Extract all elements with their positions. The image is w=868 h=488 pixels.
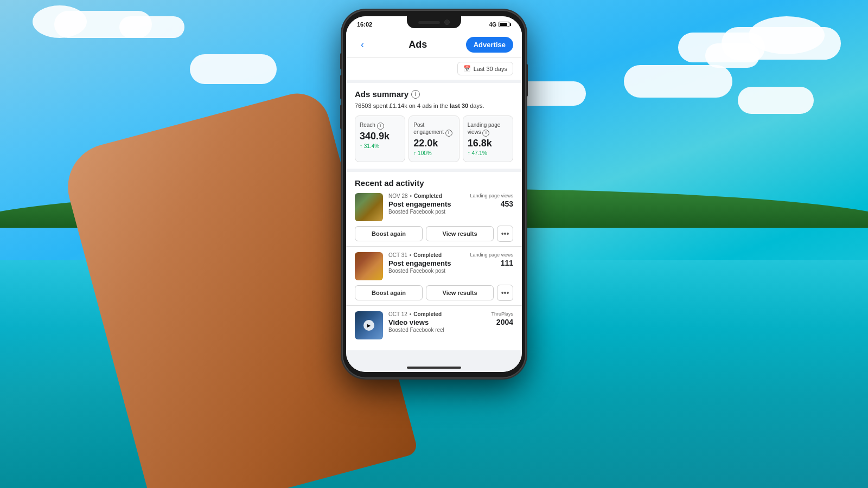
- ads-summary-info-icon[interactable]: i: [411, 90, 420, 99]
- ad-stats-1: Landing page views 453: [470, 193, 513, 208]
- play-icon: ▶: [363, 320, 374, 331]
- stat-post-change: ↑ 100%: [413, 150, 454, 156]
- advertise-button[interactable]: Advertise: [466, 37, 513, 53]
- page-title: Ads: [409, 39, 427, 50]
- ad-meta-1: NOV 28 • Completed: [388, 193, 464, 199]
- more-options-button-1[interactable]: •••: [497, 226, 513, 242]
- phone-frame: 16:02 4G ‹: [342, 10, 526, 378]
- stat-reach-change: ↑ 31.4%: [360, 143, 400, 149]
- ad-type-1: Post engagements: [388, 200, 464, 208]
- ad-stat-value-2: 111: [470, 259, 513, 267]
- stat-card-landing: Landing page views i 16.8k ↑ 47.1%: [463, 115, 513, 162]
- home-indicator: [407, 367, 461, 369]
- volume-down-button: [340, 105, 342, 129]
- ad-row-1: NOV 28 • Completed Post engagements Boos…: [355, 193, 513, 221]
- power-button: [526, 64, 528, 97]
- stat-reach-label: Reach i: [360, 121, 400, 130]
- date-filter-button[interactable]: 📅 Last 30 days: [457, 62, 513, 75]
- stat-landing-label: Landing page views i: [468, 121, 508, 137]
- ad-meta-2: OCT 31 • Completed: [388, 252, 464, 258]
- ad-thumb-image-3: ▶: [355, 311, 383, 339]
- front-camera: [444, 20, 450, 25]
- ad-thumb-image-2: [355, 252, 383, 280]
- calendar-icon: 📅: [463, 65, 471, 72]
- speaker: [418, 21, 440, 24]
- ad-stat-label-2: Landing page views: [470, 252, 513, 259]
- ad-row-2: OCT 31 • Completed Post engagements Boos…: [355, 252, 513, 280]
- ad-meta-3: OCT 12 • Completed: [388, 311, 486, 317]
- ad-stat-label-1: Landing page views: [470, 193, 513, 200]
- ad-info-2: OCT 31 • Completed Post engagements Boos…: [388, 252, 464, 274]
- battery-icon: [499, 22, 511, 27]
- stat-landing-change: ↑ 47.1%: [468, 150, 508, 156]
- ad-subtype-2: Boosted Facebook post: [388, 268, 464, 274]
- ads-summary-description: 76503 spent £1.14k on 4 ads in the last …: [355, 102, 513, 110]
- ad-stat-label-3: ThruPlays: [491, 311, 513, 318]
- ad-thumb-1: [355, 193, 383, 221]
- ad-stat-value-3: 2004: [491, 318, 513, 326]
- date-filter-label: Last 30 days: [474, 66, 507, 72]
- phone-screen: 16:02 4G ‹: [346, 16, 522, 372]
- status-time: 16:02: [357, 21, 372, 28]
- ad-info-1: NOV 28 • Completed Post engagements Boos…: [388, 193, 464, 215]
- date-filter-bar: 📅 Last 30 days: [346, 57, 522, 80]
- app-header: ‹ Ads Advertise: [346, 31, 522, 57]
- ad-thumb-2: [355, 252, 383, 280]
- reach-info-icon[interactable]: i: [377, 123, 384, 130]
- ad-item-1: NOV 28 • Completed Post engagements Boos…: [346, 193, 522, 242]
- ad-info-3: OCT 12 • Completed Video views Boosted F…: [388, 311, 486, 333]
- ad-actions-2: Boost again View results •••: [355, 285, 513, 301]
- stat-post-label: Post engagement i: [413, 121, 454, 137]
- ad-type-3: Video views: [388, 318, 486, 326]
- recent-activity-section: Recent ad activity NOV 28 •: [346, 172, 522, 350]
- ad-item-2: OCT 31 • Completed Post engagements Boos…: [346, 246, 522, 301]
- volume-up-button: [340, 75, 342, 99]
- ad-actions-1: Boost again View results •••: [355, 226, 513, 242]
- phone-device: 16:02 4G ‹: [342, 10, 526, 378]
- stat-reach-value: 340.9k: [360, 131, 400, 142]
- recent-activity-title: Recent ad activity: [346, 178, 522, 188]
- ad-thumb-image-1: [355, 193, 383, 221]
- stat-card-post-engagement: Post engagement i 22.0k ↑ 100%: [409, 115, 459, 162]
- ad-stat-value-1: 453: [470, 200, 513, 208]
- notch: [407, 16, 461, 28]
- view-results-button-2[interactable]: View results: [426, 285, 494, 300]
- status-icons: 4G: [489, 22, 511, 28]
- stat-card-reach: Reach i 340.9k ↑ 31.4%: [355, 115, 405, 162]
- ad-stats-3: ThruPlays 2004: [491, 311, 513, 326]
- ad-thumb-3: ▶: [355, 311, 383, 339]
- stat-post-value: 22.0k: [413, 138, 454, 149]
- ad-type-2: Post engagements: [388, 259, 464, 267]
- ad-subtype-3: Boosted Facebook reel: [388, 327, 486, 333]
- stats-grid: Reach i 340.9k ↑ 31.4% Post engagement i: [355, 115, 513, 162]
- silent-button: [340, 53, 342, 69]
- view-results-button-1[interactable]: View results: [426, 226, 494, 241]
- ads-summary-title: Ads summary i: [355, 89, 513, 99]
- ad-item-3: ▶ OCT 12 • Completed Video view: [346, 305, 522, 339]
- boost-again-button-2[interactable]: Boost again: [355, 285, 423, 300]
- app-content: ‹ Ads Advertise 📅 Last 30 days: [346, 31, 522, 372]
- more-options-button-2[interactable]: •••: [497, 285, 513, 301]
- signal-text: 4G: [489, 22, 496, 28]
- ad-subtype-1: Boosted Facebook post: [388, 209, 464, 215]
- back-button[interactable]: ‹: [355, 37, 370, 53]
- stat-landing-value: 16.8k: [468, 138, 508, 149]
- ads-summary-section: Ads summary i 76503 spent £1.14k on 4 ad…: [346, 83, 522, 169]
- ad-row-3: ▶ OCT 12 • Completed Video view: [355, 311, 513, 339]
- ad-stats-2: Landing page views 111: [470, 252, 513, 267]
- scroll-area[interactable]: ‹ Ads Advertise 📅 Last 30 days: [346, 31, 522, 372]
- post-info-icon[interactable]: i: [445, 130, 452, 137]
- boost-again-button-1[interactable]: Boost again: [355, 226, 423, 241]
- landing-info-icon[interactable]: i: [482, 130, 489, 137]
